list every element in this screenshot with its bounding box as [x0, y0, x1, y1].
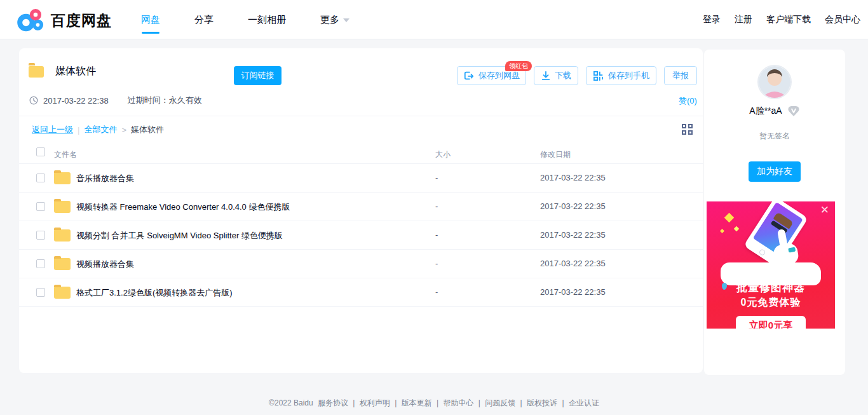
report-button[interactable]: 举报	[664, 66, 697, 85]
breadcrumb-all-files-link[interactable]: 全部文件	[84, 124, 117, 135]
file-date: 2017-03-22 22:35	[540, 201, 606, 211]
ad-text-line1: 批量修图神器	[707, 280, 835, 295]
sparkle-icon	[720, 229, 724, 233]
avatar[interactable]	[757, 65, 792, 99]
footer-separator: |	[562, 398, 564, 407]
breadcrumb-arrow: >	[121, 125, 126, 135]
download-button[interactable]: 下载	[534, 66, 578, 85]
chevron-down-icon	[343, 18, 349, 22]
nav-tab-netdisk[interactable]: 网盘	[141, 0, 160, 39]
grid-view-toggle-icon[interactable]	[682, 124, 693, 135]
folder-icon	[54, 172, 71, 184]
nav-tab-label: 分享	[194, 14, 214, 26]
footer-separator: |	[437, 398, 438, 407]
clock-icon	[29, 96, 38, 105]
ad-text-line2: 0元免费体验	[707, 296, 835, 310]
breadcrumb: 返回上一级 | 全部文件 > 媒体软件	[32, 124, 164, 135]
folder-icon	[29, 66, 44, 78]
breadcrumb-back-link[interactable]: 返回上一级	[32, 124, 73, 135]
primary-nav: 网盘 分享 一刻相册 更多	[141, 0, 349, 39]
footer-link-copyright-complaint[interactable]: 版权投诉	[527, 398, 557, 407]
report-label: 举报	[672, 70, 689, 81]
cloud-logo-icon	[16, 7, 45, 34]
folder-icon	[54, 287, 71, 299]
expire-time: 过期时间：永久有效	[128, 95, 202, 106]
footer-link-enterprise[interactable]: 企业认证	[569, 398, 599, 407]
top-navbar: 百度网盘 网盘 分享 一刻相册 更多 登录 注册 客户端下载 会员中心	[0, 0, 868, 39]
client-download-link[interactable]: 客户端下载	[766, 14, 811, 25]
share-title: 媒体软件	[55, 65, 96, 78]
row-checkbox[interactable]	[36, 259, 45, 268]
verification-badge-icon	[787, 105, 800, 117]
file-date: 2017-03-22 22:35	[540, 259, 606, 268]
close-icon[interactable]: ✕	[820, 205, 829, 215]
save-to-netdisk-icon	[463, 71, 475, 81]
column-header-name: 文件名	[54, 149, 77, 160]
red-packet-badge: 领红包	[505, 61, 532, 71]
file-name-link[interactable]: 音乐播放器合集	[76, 173, 134, 184]
breadcrumb-divider: |	[78, 125, 79, 135]
register-link[interactable]: 注册	[735, 14, 752, 25]
file-date: 2017-03-22 22:35	[540, 173, 606, 182]
footer-link-updates[interactable]: 版本更新	[402, 398, 432, 407]
login-link[interactable]: 登录	[703, 14, 721, 25]
ad-banner[interactable]: 批量修图神器 0元免费体验 立即0元享 ✕	[707, 201, 835, 329]
row-checkbox[interactable]	[36, 202, 45, 211]
file-name-link[interactable]: 视频分割 合并工具 SolveigMM Video Splitter 绿色便携版	[76, 230, 283, 242]
row-checkbox[interactable]	[36, 288, 45, 297]
share-content-panel: 媒体软件 订阅链接 保存到网盘 领红包 下载	[19, 48, 703, 373]
sharer-profile-panel: A脸**aA 暂无签名 加为好友 批	[704, 50, 845, 375]
select-all-checkbox[interactable]	[36, 147, 45, 156]
save-to-netdisk-label: 保存到网盘	[478, 70, 520, 81]
qr-code-icon	[593, 71, 604, 81]
save-to-netdisk-button[interactable]: 保存到网盘 领红包	[457, 66, 526, 85]
file-name-link[interactable]: 视频转换器 Freemake Video Converter 4.0.4.0 绿…	[76, 201, 290, 213]
table-row[interactable]: 视频分割 合并工具 SolveigMM Video Splitter 绿色便携版…	[19, 221, 703, 250]
file-name-link[interactable]: 格式工厂3.1.2绿色版(视频转换器去广告版)	[76, 287, 233, 299]
row-checkbox[interactable]	[36, 231, 45, 240]
file-size: -	[435, 201, 438, 211]
page-footer: ©2022 Baidu 服务协议 | 权利声明 | 版本更新 | 帮助中心 | …	[0, 398, 868, 409]
file-size: -	[435, 287, 438, 297]
footer-link-rights[interactable]: 权利声明	[360, 398, 390, 407]
file-table-header: 文件名 大小 修改日期	[19, 146, 703, 164]
subscribe-link-button[interactable]: 订阅链接	[234, 66, 281, 85]
table-row[interactable]: 格式工厂3.1.2绿色版(视频转换器去广告版) - 2017-03-22 22:…	[19, 278, 703, 307]
nav-tab-share[interactable]: 分享	[194, 0, 214, 39]
save-to-phone-button[interactable]: 保存到手机	[586, 66, 656, 85]
like-button[interactable]: 赞(0)	[679, 95, 697, 107]
nav-tab-album[interactable]: 一刻相册	[248, 0, 286, 39]
file-name-link[interactable]: 视频播放器合集	[76, 259, 134, 270]
breadcrumb-current: 媒体软件	[131, 124, 164, 135]
footer-link-terms[interactable]: 服务协议	[318, 398, 348, 407]
footer-separator: |	[353, 398, 355, 407]
column-header-date: 修改日期	[540, 149, 571, 160]
account-links: 登录 注册 客户端下载 会员中心	[703, 0, 860, 39]
table-row[interactable]: 音乐播放器合集 - 2017-03-22 22:35	[19, 164, 703, 193]
file-list: 音乐播放器合集 - 2017-03-22 22:35 视频转换器 Freemak…	[19, 164, 703, 307]
footer-separator: |	[395, 398, 397, 407]
member-center-link[interactable]: 会员中心	[825, 14, 860, 25]
sparkle-icon	[724, 213, 735, 223]
section-divider	[19, 116, 703, 116]
add-friend-button[interactable]: 加为好友	[749, 161, 801, 182]
sparkle-icon	[734, 226, 739, 231]
download-icon	[541, 71, 551, 81]
nav-tab-label: 网盘	[141, 14, 160, 26]
nav-tab-label: 一刻相册	[248, 14, 286, 26]
nav-tab-more[interactable]: 更多	[320, 0, 349, 39]
save-to-phone-label: 保存到手机	[608, 70, 649, 81]
table-row[interactable]: 视频转换器 Freemake Video Converter 4.0.4.0 绿…	[19, 193, 703, 221]
file-date: 2017-03-22 22:35	[540, 230, 606, 240]
row-checkbox[interactable]	[36, 173, 45, 182]
footer-link-help[interactable]: 帮助中心	[443, 398, 473, 407]
footer-link-feedback[interactable]: 问题反馈	[485, 398, 515, 407]
ad-cta-button[interactable]: 立即0元享	[736, 316, 806, 329]
share-time: 2017-03-22 22:38	[43, 96, 109, 105]
table-row[interactable]: 视频播放器合集 - 2017-03-22 22:35	[19, 250, 703, 278]
nav-tab-label: 更多	[320, 14, 339, 26]
baidu-netdisk-logo[interactable]: 百度网盘	[16, 7, 112, 34]
download-label: 下载	[555, 70, 571, 81]
folder-icon	[54, 258, 71, 270]
sharer-username: A脸**aA	[749, 105, 782, 117]
